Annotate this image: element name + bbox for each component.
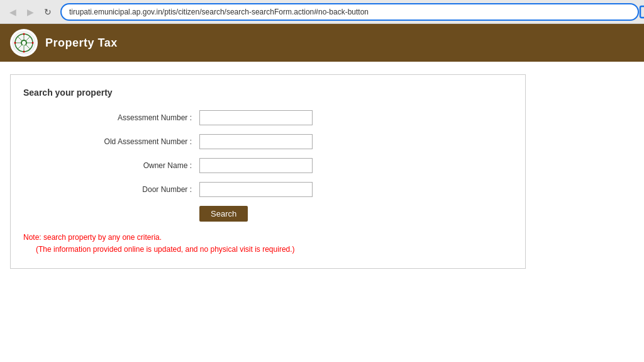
owner-name-row: Owner Name : (23, 158, 506, 173)
assessment-number-label: Assessment Number : (23, 113, 199, 122)
svg-rect-0 (640, 6, 644, 18)
owner-name-label: Owner Name : (23, 161, 199, 170)
forward-button[interactable]: ▶ (23, 4, 38, 20)
refresh-button[interactable]: ↻ (40, 4, 55, 20)
svg-point-12 (14, 42, 16, 44)
search-box: Search your property Assessment Number :… (10, 74, 526, 269)
old-assessment-number-label: Old Assessment Number : (23, 137, 199, 146)
svg-point-10 (23, 33, 25, 35)
site-header: AP Property Tax (0, 24, 644, 62)
search-button-wrapper: Search (199, 206, 506, 222)
assessment-number-input[interactable] (199, 110, 313, 125)
note-line2: (The information provided online is upda… (23, 244, 506, 256)
logo-emblem: AP (12, 31, 36, 55)
main-content: Search your property Assessment Number :… (0, 62, 644, 362)
search-button[interactable]: Search (199, 206, 248, 222)
owner-name-input[interactable] (199, 158, 313, 173)
logo-circle: AP (10, 29, 38, 57)
page-wrapper: AP Property Tax Search your property Ass… (0, 24, 644, 362)
site-title: Property Tax (45, 37, 118, 50)
svg-text:AP: AP (22, 43, 26, 47)
door-number-label: Door Number : (23, 185, 199, 194)
arrow-annotation (639, 3, 644, 21)
note-line1: Note: search property by any one criteri… (23, 232, 506, 244)
assessment-number-row: Assessment Number : (23, 110, 506, 125)
svg-point-11 (23, 51, 25, 53)
browser-chrome: ◀ ▶ ↻ (0, 0, 644, 24)
old-assessment-number-input[interactable] (199, 134, 313, 149)
nav-buttons: ◀ ▶ ↻ (5, 4, 55, 20)
form-heading: Search your property (23, 88, 506, 98)
back-button[interactable]: ◀ (5, 4, 20, 20)
door-number-row: Door Number : (23, 182, 506, 197)
address-bar-container (60, 3, 639, 21)
old-assessment-number-row: Old Assessment Number : (23, 134, 506, 149)
address-bar[interactable] (69, 8, 630, 16)
door-number-input[interactable] (199, 182, 313, 197)
svg-point-13 (32, 42, 34, 44)
note-section: Note: search property by any one criteri… (23, 232, 506, 256)
